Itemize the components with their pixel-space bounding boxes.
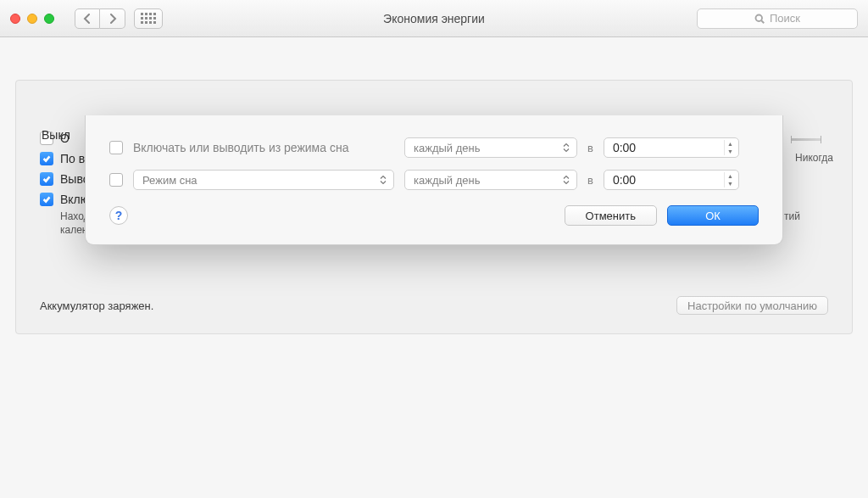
schedule-help-button[interactable]: ? — [109, 206, 128, 225]
schedule-sleep-mode-select[interactable]: Режим сна — [133, 170, 394, 190]
schedule-sleep-day-select[interactable]: каждый день — [404, 170, 577, 190]
sleep-timer-label-left: Выкл — [42, 128, 70, 142]
time-stepper[interactable]: ▲ ▼ — [724, 140, 736, 155]
minimize-window-button[interactable] — [27, 14, 37, 24]
checkmark-icon — [42, 194, 52, 204]
schedule-startup-day-select[interactable]: каждый день — [404, 137, 577, 158]
search-field[interactable]: Поиск — [697, 8, 858, 29]
traffic-lights — [10, 14, 54, 24]
schedule-row-sleep: Режим сна каждый день в 0:00 ▲ — [109, 170, 759, 190]
close-window-button[interactable] — [10, 14, 20, 24]
checkbox-schedule-startup[interactable] — [109, 141, 123, 154]
display-sleep-slider[interactable] — [791, 138, 821, 141]
stepper-down-icon: ▼ — [725, 180, 736, 187]
stepper-up-icon: ▲ — [725, 140, 736, 148]
back-button[interactable] — [75, 8, 100, 29]
schedule-startup-at-label: в — [587, 142, 593, 154]
checkmark-icon — [42, 174, 52, 184]
restore-defaults-button[interactable]: Настройки по умолчанию — [676, 296, 828, 315]
schedule-sheet: Включать или выводить из режима сна кажд… — [85, 115, 783, 245]
schedule-startup-time-field[interactable]: 0:00 ▲ ▼ — [604, 137, 739, 158]
grid-icon — [141, 13, 156, 24]
zoom-window-button[interactable] — [44, 14, 54, 24]
chevron-right-icon — [108, 14, 117, 24]
schedule-sleep-at-label: в — [587, 174, 593, 187]
show-all-prefs-button[interactable] — [134, 8, 163, 29]
schedule-sleep-time-field[interactable]: 0:00 ▲ ▼ — [604, 170, 739, 190]
svg-point-0 — [755, 14, 762, 21]
checkbox-power-nap[interactable] — [40, 193, 53, 206]
search-placeholder: Поиск — [770, 12, 800, 25]
search-icon — [754, 14, 765, 24]
checkbox-wake-wifi[interactable] — [40, 172, 53, 186]
checkbox-schedule-sleep[interactable] — [109, 173, 123, 187]
checkbox-disk-sleep[interactable] — [40, 152, 53, 165]
chevron-left-icon — [83, 14, 92, 24]
time-stepper[interactable]: ▲ ▼ — [724, 172, 736, 187]
nav-buttons — [75, 8, 125, 29]
stepper-up-icon: ▲ — [725, 172, 736, 180]
checkmark-icon — [42, 154, 52, 164]
battery-status-text: Аккумулятор заряжен. — [40, 299, 153, 312]
updown-caret-icon — [563, 143, 571, 153]
schedule-ok-button[interactable]: ОК — [667, 205, 759, 226]
forward-button[interactable] — [100, 8, 125, 29]
schedule-row-startup: Включать или выводить из режима сна кажд… — [109, 137, 759, 158]
schedule-startup-label: Включать или выводить из режима сна — [133, 141, 394, 154]
sleep-timer-label-never: Никогда — [795, 152, 833, 164]
stepper-down-icon: ▼ — [725, 148, 736, 155]
window-titlebar: Экономия энергии Поиск — [0, 0, 868, 37]
updown-caret-icon — [563, 176, 571, 185]
updown-caret-icon — [380, 176, 388, 185]
schedule-cancel-button[interactable]: Отменить — [565, 205, 657, 226]
